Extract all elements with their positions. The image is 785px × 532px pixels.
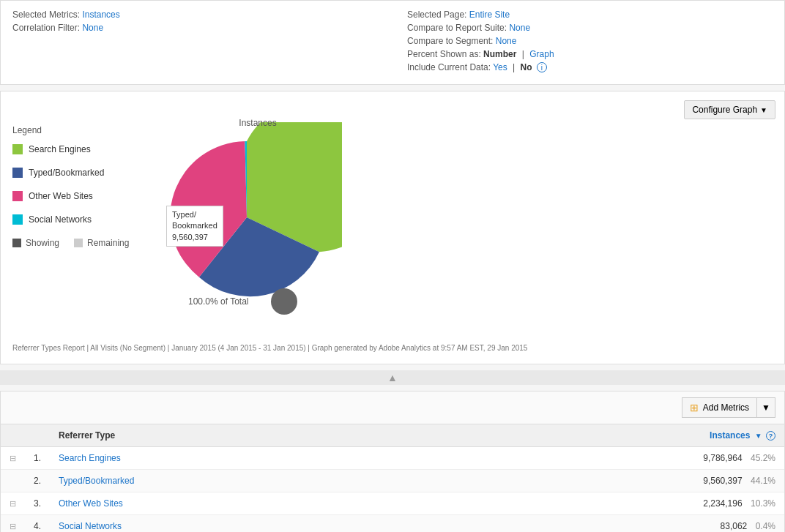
legend: Legend Search Engines Typed/Bookmarked O… (12, 110, 130, 248)
compare-segment-row: Compare to Segment: None (407, 36, 773, 46)
showing-dot (12, 239, 21, 247)
col-header-rank (25, 424, 50, 447)
row-instances: 83,062 0.4% (424, 515, 784, 533)
remaining-dot (74, 239, 83, 247)
legend-item-other-web-sites: Other Web Sites (12, 191, 130, 201)
filter-icon[interactable]: ⊟ (10, 454, 16, 462)
pie-chart-svg (152, 122, 342, 312)
correlation-filter-row: Correlation Filter: None (12, 23, 378, 33)
legend-label-other-web-sites: Other Web Sites (29, 191, 93, 201)
row-pct: 10.3% (751, 498, 775, 509)
table-row: ⊟ 3. Other Web Sites 2,234,196 10.3% (1, 492, 784, 515)
data-toolbar: ⊞ Add Metrics ▼ (1, 391, 784, 424)
row-rank: 4. (25, 515, 50, 533)
pie-bottom: 100.0% of Total (152, 288, 364, 315)
selected-metrics-row: Selected Metrics: Instances (12, 10, 378, 20)
correlation-filter-label: Correlation Filter: (12, 23, 80, 33)
row-label[interactable]: Other Web Sites (50, 492, 424, 515)
row-pct: 44.1% (751, 476, 775, 486)
add-metrics-icon: ⊞ (690, 402, 699, 413)
row-label[interactable]: Social Networks (50, 515, 424, 533)
add-metrics-button[interactable]: ⊞ Add Metrics (682, 397, 756, 418)
legend-showing: Showing Remaining (12, 238, 130, 248)
row-label[interactable]: Search Engines (50, 447, 424, 470)
legend-item-typed-bookmarked: Typed/Bookmarked (12, 168, 130, 178)
data-table: Referrer Type Instances ▼ ? ⊟ 1. Search … (1, 424, 784, 532)
col-header-referrer: Referrer Type (50, 424, 424, 447)
percent-shown-graph[interactable]: Graph (529, 49, 554, 59)
include-current-no[interactable]: No (521, 62, 532, 72)
row-filter-icon[interactable]: ⊟ (1, 447, 25, 470)
add-metrics-label: Add Metrics (703, 402, 749, 413)
filter-icon[interactable]: ⊟ (10, 499, 16, 508)
legend-label-typed-bookmarked: Typed/Bookmarked (29, 168, 104, 178)
compare-report-label: Compare to Report Suite: (407, 23, 507, 33)
correlation-filter-value[interactable]: None (82, 23, 103, 33)
legend-title: Legend (12, 125, 130, 135)
row-filter-icon[interactable]: ⊟ (1, 515, 25, 533)
table-header-row: Referrer Type Instances ▼ ? (1, 424, 784, 447)
sort-icon: ▼ (755, 432, 762, 440)
legend-item-social-networks: Social Networks (12, 214, 130, 225)
row-filter-icon[interactable]: ⊟ (1, 492, 25, 515)
divider-bar: ▲ (0, 370, 785, 385)
top-panel-right: Selected Page: Entire Site Compare to Re… (407, 10, 773, 75)
pie-circle-indicator (271, 288, 297, 315)
configure-graph-arrow-icon: ▼ (760, 106, 767, 114)
chart-area: Legend Search Engines Typed/Bookmarked O… (12, 103, 773, 322)
percent-shown-row: Percent Shown as: Number | Graph (407, 49, 773, 59)
row-filter-icon (1, 470, 25, 492)
chart-credit: Referrer Types Report | All Visits (No S… (12, 344, 773, 352)
col-header-instances[interactable]: Instances ▼ ? (424, 424, 784, 447)
row-rank: 3. (25, 492, 50, 515)
selected-page-label: Selected Page: (407, 10, 466, 20)
percent-shown-label: Percent Shown as: (407, 49, 481, 59)
row-label[interactable]: Typed/Bookmarked (50, 470, 424, 492)
legend-label-social-networks: Social Networks (29, 214, 92, 225)
remaining-label: Remaining (87, 238, 129, 248)
percent-shown-number[interactable]: Number (483, 49, 516, 59)
legend-dot-social-networks (12, 214, 23, 225)
legend-dot-search-engines (12, 144, 23, 154)
filter-icon[interactable]: ⊟ (10, 522, 16, 531)
top-panel: Selected Metrics: Instances Correlation … (0, 0, 785, 85)
configure-graph-label: Configure Graph (692, 105, 757, 115)
col-header-filter (1, 424, 25, 447)
legend-label-search-engines: Search Engines (29, 144, 91, 154)
selected-metrics-label: Selected Metrics: (12, 10, 80, 20)
showing-label: Showing (26, 238, 59, 248)
include-current-row: Include Current Data: Yes | No i (407, 62, 773, 72)
row-rank: 2. (25, 470, 50, 492)
row-instances: 2,234,196 10.3% (424, 492, 784, 515)
row-instances: 9,560,397 44.1% (424, 470, 784, 492)
table-row: ⊟ 4. Social Networks 83,062 0.4% (1, 515, 784, 533)
configure-graph-button[interactable]: Configure Graph ▼ (684, 100, 775, 119)
compare-segment-label: Compare to Segment: (407, 36, 493, 46)
legend-dot-other-web-sites (12, 191, 23, 201)
instances-help-icon[interactable]: ? (766, 431, 775, 441)
table-row: ⊟ 1. Search Engines 9,786,964 45.2% (1, 447, 784, 470)
pie-total-label: 100.0% of Total (188, 296, 249, 307)
row-rank: 1. (25, 447, 50, 470)
compare-report-value[interactable]: None (509, 23, 530, 33)
add-metrics-dropdown-button[interactable]: ▼ (756, 397, 775, 418)
pie-chart-container: Instances (152, 110, 364, 315)
legend-item-search-engines: Search Engines (12, 144, 130, 154)
row-pct: 0.4% (756, 521, 775, 531)
compare-segment-value[interactable]: None (496, 36, 517, 46)
selected-page-row: Selected Page: Entire Site (407, 10, 773, 20)
selected-metrics-value[interactable]: Instances (82, 10, 119, 20)
legend-remaining-item: Remaining (74, 238, 129, 248)
selected-page-value[interactable]: Entire Site (469, 10, 510, 20)
graph-panel: Configure Graph ▼ Legend Search Engines … (0, 91, 785, 364)
row-instances: 9,786,964 45.2% (424, 447, 784, 470)
data-panel: ⊞ Add Metrics ▼ Referrer Type Instances … (0, 391, 785, 532)
include-current-yes[interactable]: Yes (493, 62, 507, 72)
legend-showing-item: Showing (12, 238, 59, 248)
legend-dot-typed-bookmarked (12, 168, 23, 178)
divider-arrow-icon: ▲ (387, 372, 398, 383)
compare-report-row: Compare to Report Suite: None (407, 23, 773, 33)
row-pct: 45.2% (751, 453, 775, 463)
include-current-info-icon[interactable]: i (537, 62, 547, 72)
pie-title: Instances (239, 118, 276, 128)
